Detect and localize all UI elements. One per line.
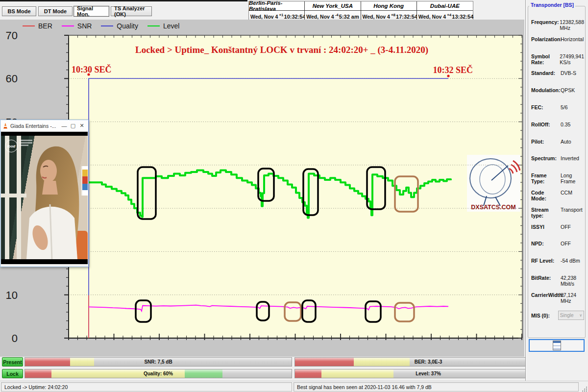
clock-hongkong: Hong Kong Wed, Nov 4+817:32:54 <box>361 1 417 22</box>
level-meter-text: Level: 37% <box>295 369 562 378</box>
clock-city: Dubai-UAE <box>417 1 473 11</box>
clock-date: Wed, Nov 4 <box>250 14 278 20</box>
transponder-label: CarrierWidth: <box>531 292 561 298</box>
ts-list-button[interactable] <box>529 339 585 352</box>
snr-meter-text: SNR: 7,5 dB <box>25 358 292 366</box>
transponder-row: FEC:5/6 <box>531 104 584 122</box>
presenter-figure <box>1 136 88 259</box>
transponder-row: Pilot:Auto <box>531 139 584 156</box>
plot-area <box>69 35 522 338</box>
lock-indicator[interactable]: Lock <box>2 369 23 378</box>
legend-item-quality: Quality <box>101 22 138 30</box>
transponder-value: 0.35 <box>561 122 584 127</box>
transponder-row: Symbol Rate:27499,941 KS/s <box>531 53 584 71</box>
vlc-titlebar[interactable]: Giada Entertains -... — ▢ ✕ <box>0 120 88 132</box>
best-signal-status: Best signal has been seen at 2020-11-03 … <box>294 382 579 392</box>
logo-text-line <box>20 142 32 144</box>
transponder-label: Modulation: <box>531 87 561 93</box>
ts-analyzer-button[interactable]: TS Analyzer (OK) <box>111 6 152 16</box>
level-meter: Level: 37% <box>294 369 562 378</box>
logo-text-line <box>20 140 32 141</box>
clock-city: Hong Kong <box>361 1 416 11</box>
transponder-row: Spectrum:Inverted <box>531 155 584 172</box>
transponder-value: Long Frame <box>561 172 584 184</box>
vlc-window-title: Giada Entertains -... <box>10 123 60 129</box>
clock-utc-offset: +1 <box>279 13 283 17</box>
ts-list-icon <box>553 341 561 350</box>
clock-date: Wed, Nov 4 <box>363 14 390 20</box>
ber-color-swatch <box>23 25 35 26</box>
legend-item-ber: BER <box>23 22 52 30</box>
legend-label: BER <box>38 22 52 30</box>
clock-utc-offset: +4 <box>447 13 451 17</box>
transponder-label: ISSYI <box>531 224 561 230</box>
transponder-value: QPSK <box>561 87 584 93</box>
clock-time: 10:32:54 <box>284 14 306 20</box>
clock-utc-offset: +8 <box>391 13 395 17</box>
mis-row: MIS (0): Single∨ <box>531 309 584 322</box>
transponder-label: Frequency: <box>531 19 560 25</box>
minimize-button[interactable]: — <box>60 123 69 129</box>
transponder-label: FEC: <box>531 104 561 110</box>
transponder-value: Inverted <box>561 155 584 161</box>
close-button[interactable]: ✕ <box>77 122 86 129</box>
dt-mode-button[interactable]: DT Mode <box>38 6 73 16</box>
present-indicator[interactable]: Present <box>2 357 23 367</box>
clock-utc-offset: -4 <box>335 13 339 17</box>
transponder-value: -54 dBm <box>561 258 584 264</box>
legend-item-level: Level <box>147 22 179 30</box>
dxsatcs-text: DXSATCS.COM <box>471 204 515 211</box>
transponder-value: OFF <box>561 241 584 246</box>
transponder-row: NPD:OFF <box>531 241 584 258</box>
quality-meter: Quality: 60% <box>24 369 292 378</box>
transponder-label: BitRate: <box>531 275 561 281</box>
transponder-row: Frequency:12382,588 MHz <box>531 19 584 36</box>
quality-meter-text: Quality: 60% <box>25 369 292 378</box>
quality-color-swatch <box>101 25 113 26</box>
transponder-value: CCM <box>561 190 584 196</box>
transponder-value: 27499,941 KS/s <box>560 53 584 65</box>
transponder-value: 42,238 Mbit/s <box>561 275 584 287</box>
transponder-label: Frame Type: <box>531 172 561 184</box>
transponder-label: NPD: <box>531 241 561 246</box>
transponder-label: Stream type: <box>531 207 561 219</box>
legend-label: SNR <box>77 22 92 30</box>
transponder-label: Symbol Rate: <box>531 53 560 65</box>
logo-text-line <box>20 145 28 146</box>
legend-label: Quality <box>117 22 138 30</box>
transponder-row: RollOff:0.35 <box>531 122 584 139</box>
transponder-rows: Frequency:12382,588 MHzPolarization:Hori… <box>531 19 584 322</box>
signal-mon-button[interactable]: Signal Mon. <box>74 6 109 17</box>
bs-mode-button[interactable]: BS Mode <box>2 6 36 16</box>
transponder-label: RF Level: <box>531 258 561 264</box>
resize-grip[interactable] <box>582 386 587 392</box>
transponder-row: ISSYIOFF <box>531 224 584 241</box>
window-top-border <box>0 0 247 1</box>
ber-meter: BER: 3,0E-3 <box>294 357 562 367</box>
lock-uptime-caption: Locked > Uptime_ Konštantný LOCK v trvan… <box>69 45 495 55</box>
transponder-value: Auto <box>561 139 584 145</box>
transponder-value: Transport <box>561 207 584 213</box>
status-bar: Locked -> Uptime: 24:02:20 Best signal h… <box>0 381 588 392</box>
level-color-swatch <box>147 25 160 26</box>
video-frame[interactable]: food <box>1 132 88 264</box>
mis-dropdown[interactable]: Single∨ <box>558 311 584 320</box>
transponder-row: BitRate:42,238 Mbit/s <box>531 275 584 292</box>
food-network-logo: food <box>5 140 32 152</box>
transponder-panel: Transponder [BS] Frequency:12382,588 MHz… <box>525 0 588 392</box>
clock-berlin: Berlin-Paris-Bratislava Wed, Nov 4+110:3… <box>249 1 305 22</box>
clock-city: New York_USA <box>305 1 360 11</box>
maximize-button[interactable]: ▢ <box>69 122 77 129</box>
transponder-value: 12382,588 MHz <box>560 19 584 31</box>
transponder-label: Code Mode: <box>531 190 561 201</box>
transponder-label: Standard: <box>531 70 561 76</box>
satellite-dish-icon: DXSATCS.COM <box>467 155 520 212</box>
snr-color-swatch <box>62 25 74 26</box>
transponder-row: Code Mode:CCM <box>531 190 584 207</box>
end-time-label: 10:32 SEČ <box>392 65 473 75</box>
vlc-cone-icon <box>2 123 8 129</box>
vlc-player-window[interactable]: Giada Entertains -... — ▢ ✕ <box>0 120 89 267</box>
transponder-value: 37,124 MHz <box>561 292 584 304</box>
clock-dubai: Dubai-UAE Wed, Nov 4+413:32:54 <box>417 1 473 22</box>
transponder-value: 5/6 <box>561 104 584 110</box>
